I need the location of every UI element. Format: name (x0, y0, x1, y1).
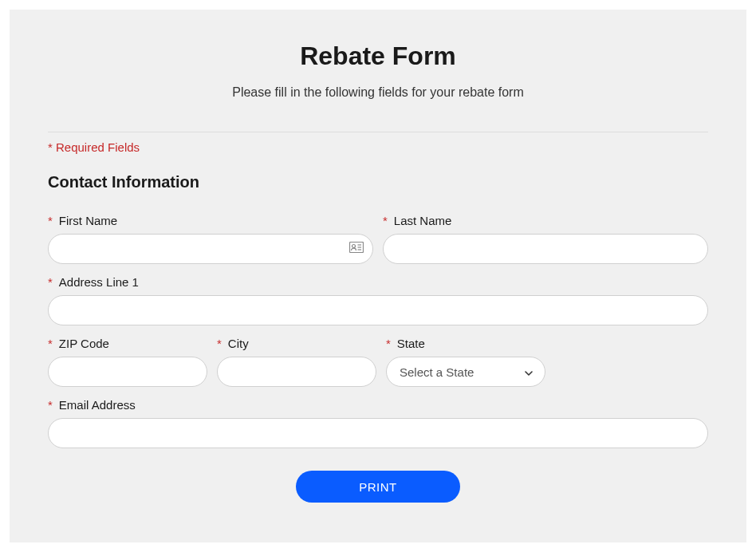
required-asterisk: * (48, 214, 53, 227)
required-asterisk: * (48, 337, 53, 350)
field-city: * City (217, 337, 376, 387)
label-address1: * Address Line 1 (48, 275, 708, 289)
required-fields-note: * Required Fields (48, 140, 708, 154)
label-text-address1: Address Line 1 (59, 275, 139, 289)
row-address: * Address Line 1 (48, 275, 708, 325)
label-text-city: City (228, 337, 249, 350)
address1-input[interactable] (48, 295, 708, 325)
label-city: * City (217, 337, 376, 350)
label-zip: * ZIP Code (48, 337, 207, 350)
first-name-input[interactable] (48, 234, 373, 264)
input-wrap-zip (48, 357, 207, 387)
field-zip: * ZIP Code (48, 337, 207, 387)
row-name: * First Name * (48, 214, 708, 264)
last-name-input[interactable] (383, 234, 708, 264)
input-wrap-address1 (48, 295, 708, 325)
input-wrap-city (217, 357, 376, 387)
field-state: * State Select a State (386, 337, 545, 387)
label-text-zip: ZIP Code (59, 337, 109, 350)
required-asterisk: * (217, 337, 222, 350)
field-email: * Email Address (48, 398, 708, 448)
label-email: * Email Address (48, 398, 708, 412)
field-address1: * Address Line 1 (48, 275, 708, 325)
label-state: * State (386, 337, 545, 350)
print-button[interactable]: PRINT (296, 471, 460, 503)
required-asterisk: * (386, 337, 391, 350)
select-wrap-state: Select a State (386, 357, 545, 387)
button-row: PRINT (48, 471, 708, 503)
input-wrap-last-name (383, 234, 708, 264)
required-asterisk: * (383, 214, 388, 227)
divider (48, 132, 708, 132)
row-email: * Email Address (48, 398, 708, 448)
page-subtitle: Please fill in the following fields for … (48, 85, 708, 100)
form-container: Rebate Form Please fill in the following… (10, 10, 746, 542)
label-last-name: * Last Name (383, 214, 708, 227)
input-wrap-first-name (48, 234, 373, 264)
label-text-first-name: First Name (59, 214, 117, 227)
city-input[interactable] (217, 357, 376, 387)
page-title: Rebate Form (48, 41, 708, 71)
label-text-last-name: Last Name (394, 214, 452, 227)
input-wrap-email (48, 418, 708, 448)
label-text-email: Email Address (59, 398, 136, 412)
field-first-name: * First Name (48, 214, 373, 264)
state-select[interactable]: Select a State (386, 357, 545, 387)
section-title-contact: Contact Information (48, 173, 708, 191)
row-zip-city-state: * ZIP Code * City * State Selec (48, 337, 708, 387)
field-last-name: * Last Name (383, 214, 708, 264)
zip-input[interactable] (48, 357, 207, 387)
required-asterisk: * (48, 398, 53, 412)
label-first-name: * First Name (48, 214, 373, 227)
required-asterisk: * (48, 275, 53, 289)
email-input[interactable] (48, 418, 708, 448)
label-text-state: State (397, 337, 425, 350)
